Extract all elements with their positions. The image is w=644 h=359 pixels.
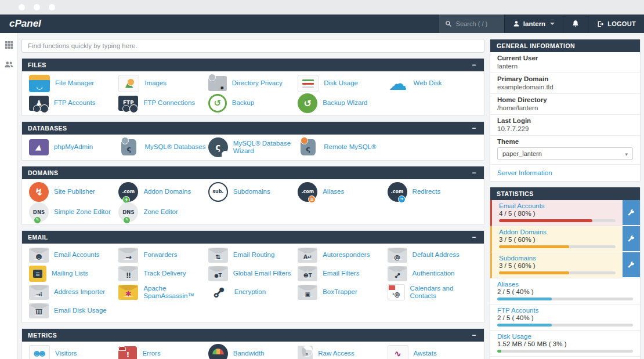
stat-label[interactable]: Addon Domains (499, 229, 616, 235)
calendars-contacts-icon (388, 284, 405, 300)
user-accounts-icon[interactable] (4, 61, 14, 68)
window-maximize-button[interactable] (49, 4, 55, 10)
item-label: FTP Connections (143, 99, 195, 107)
server-information-link[interactable]: Server Information (490, 165, 640, 181)
backup-icon (208, 94, 227, 113)
theme-select[interactable]: paper_lantern (497, 147, 633, 160)
file-manager-icon (29, 75, 50, 92)
collapse-section-button[interactable] (470, 331, 478, 339)
stat-manage-button[interactable] (623, 252, 640, 278)
stat-label[interactable]: Aliases (497, 281, 633, 288)
feature-link[interactable]: Backup (208, 93, 298, 113)
feature-link[interactable]: Backup Wizard (298, 93, 387, 113)
feature-link[interactable]: Visitors (29, 344, 118, 359)
feature-link[interactable]: Autoresponders (298, 246, 387, 264)
collapse-section-button[interactable] (470, 233, 478, 241)
section-header: DOMAINS (22, 166, 484, 179)
feature-link[interactable]: Calendars and Contacts (388, 283, 477, 302)
boxtrapper-icon (298, 285, 317, 300)
item-label: Backup (232, 99, 254, 107)
stats-host: Email Accounts 4 / 5 ( 80% ) Addon Domai… (490, 200, 640, 359)
feature-link[interactable]: FTP Connections (118, 93, 208, 113)
feature-link[interactable]: Disk Usage (298, 74, 387, 93)
collapse-section-button[interactable] (470, 61, 478, 69)
feature-link[interactable]: Email Filters (298, 264, 387, 283)
feature-link[interactable]: Raw Access (298, 344, 387, 359)
info-label: Primary Domain (497, 75, 633, 82)
apps-grid-icon[interactable] (5, 41, 13, 49)
item-label: Mailing Lists (52, 270, 88, 277)
stat-label[interactable]: Email Accounts (499, 202, 616, 209)
item-label: Calendars and Contacts (410, 285, 477, 300)
feature-link[interactable]: Email Disk Usage (29, 302, 118, 320)
item-label: Zone Editor (143, 208, 178, 216)
feature-link[interactable]: Bandwidth (208, 344, 298, 359)
section-header: DATABASES (22, 122, 484, 135)
stat-progress-track (499, 245, 616, 248)
feature-link[interactable]: Addon Domains (118, 182, 208, 202)
feature-link[interactable]: Address Importer (29, 283, 118, 302)
user-menu[interactable]: lantern (504, 14, 563, 33)
feature-link[interactable]: Default Address (388, 246, 477, 264)
collapse-section-button[interactable] (470, 169, 478, 177)
address-importer-icon (29, 285, 49, 300)
stat-progress-track (497, 298, 633, 300)
item-label: BoxTrapper (323, 288, 357, 296)
feature-link[interactable]: Web Disk (388, 74, 477, 93)
spamassassin-icon (118, 285, 138, 300)
feature-link[interactable]: Track Delivery (118, 264, 208, 283)
navbar-search-input[interactable]: Search ( / ) (439, 14, 504, 33)
feature-link[interactable]: Subdomains (208, 182, 298, 202)
feature-link[interactable]: phpMyAdmin (29, 137, 118, 157)
raw-access-icon (298, 346, 313, 359)
stat-label[interactable]: FTP Accounts (497, 307, 633, 314)
disk-usage-icon (298, 75, 319, 92)
feature-link[interactable]: Images (118, 74, 208, 93)
stat-label[interactable]: Subdomains (499, 255, 616, 262)
window-close-button[interactable] (19, 4, 25, 10)
feature-link[interactable]: BoxTrapper (298, 283, 387, 302)
feature-link[interactable]: Redirects (388, 182, 477, 202)
item-label: Authentication (413, 270, 455, 277)
feature-link[interactable]: Email Routing (208, 246, 298, 264)
logout-button[interactable]: LOGOUT (588, 14, 644, 33)
feature-link[interactable]: Email Accounts (29, 246, 118, 264)
feature-link[interactable]: Directory Privacy (208, 74, 298, 93)
feature-link[interactable]: MySQL® Database Wizard (208, 137, 298, 157)
collapse-section-button[interactable] (470, 124, 478, 132)
feature-link[interactable]: Errors (118, 344, 208, 359)
feature-link[interactable]: Forwarders (118, 246, 208, 264)
feature-link[interactable]: Aliases (298, 182, 387, 202)
item-label: Directory Privacy (232, 79, 283, 87)
info-row: Last Login 10.7.7.229 (490, 115, 640, 136)
feature-link[interactable]: Remote MySQL® (298, 137, 387, 157)
feature-link[interactable]: Zone Editor (118, 202, 208, 222)
item-label: Awstats (414, 350, 437, 357)
stat-manage-button[interactable] (623, 226, 640, 252)
statistics-panel: STATISTICS Email Accounts 4 / 5 ( 80% ) … (490, 187, 641, 359)
notifications-button[interactable] (563, 14, 588, 33)
quick-find-input[interactable] (21, 39, 484, 53)
feature-link[interactable]: MySQL® Databases (118, 137, 208, 157)
feature-link[interactable]: Authentication (388, 264, 477, 283)
feature-link[interactable]: Global Email Filters (208, 264, 298, 283)
feature-link[interactable]: Mailing Lists (29, 264, 118, 283)
redirects-icon (388, 182, 407, 202)
stat-manage-button[interactable] (623, 200, 640, 226)
general-information-header: GENERAL INFORMATION (490, 39, 640, 52)
theme-label: Theme (497, 138, 633, 145)
item-label: Redirects (413, 188, 441, 195)
stat-progress-track (499, 271, 616, 274)
feature-link[interactable]: Awstats (388, 344, 477, 359)
feature-link[interactable]: Encryption (208, 283, 298, 302)
stat-label[interactable]: Disk Usage (497, 333, 633, 340)
feature-link[interactable]: FTP Accounts (29, 93, 118, 113)
section-grid: phpMyAdmin MySQL® Databases MySQL® Datab… (22, 135, 484, 160)
feature-link[interactable]: Simple Zone Editor (29, 202, 118, 222)
window-minimize-button[interactable] (34, 4, 40, 10)
cpanel-logo: cPanel (0, 14, 50, 33)
feature-link[interactable]: Site Publisher (29, 182, 118, 202)
stat-progress-track (497, 324, 633, 327)
feature-link[interactable]: File Manager (29, 74, 118, 93)
feature-link[interactable]: Apache SpamAssassin™ (118, 283, 208, 302)
